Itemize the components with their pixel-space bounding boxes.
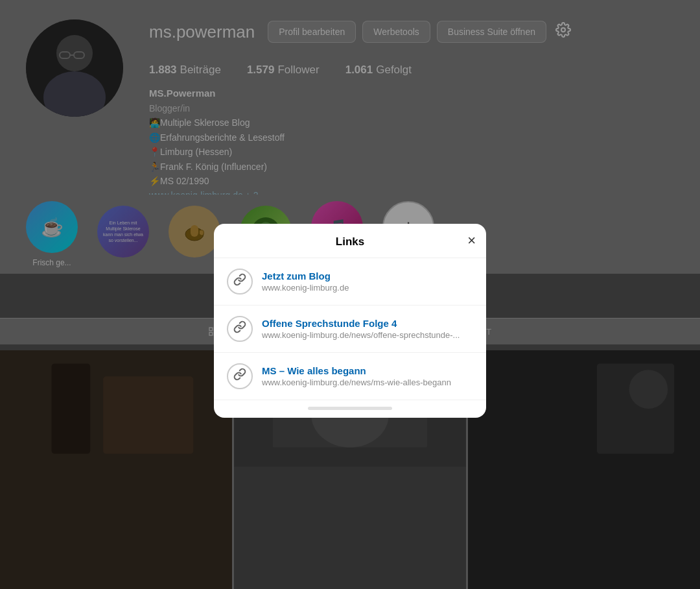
link-item-2[interactable]: Offene Sprechstunde Folge 4 www.koenig-l… — [214, 306, 486, 353]
links-modal: Links × Jetzt zum Blog www.koenig-limbur… — [214, 224, 486, 418]
link-icon-wrapper-3 — [227, 363, 253, 389]
modal-title: Links — [336, 235, 364, 248]
link-url-1: www.koenig-limburg.de — [262, 283, 473, 293]
modal-bottom-bar — [308, 407, 392, 410]
modal-overlay[interactable]: Links × Jetzt zum Blog www.koenig-limbur… — [0, 0, 700, 589]
link-content-2: Offene Sprechstunde Folge 4 www.koenig-l… — [262, 318, 473, 340]
link-title-2: Offene Sprechstunde Folge 4 — [262, 318, 473, 329]
link-icon-wrapper-1 — [227, 269, 253, 294]
link-content-1: Jetzt zum Blog www.koenig-limburg.de — [262, 270, 473, 293]
link-url-3: www.koenig-limburg.de/news/ms-wie-alles-… — [262, 378, 473, 387]
link-item-3[interactable]: MS – Wie alles begann www.koenig-limburg… — [214, 353, 486, 400]
link-item-1[interactable]: Jetzt zum Blog www.koenig-limburg.de — [214, 258, 486, 306]
link-title-3: MS – Wie alles begann — [262, 365, 473, 376]
link-content-3: MS – Wie alles begann www.koenig-limburg… — [262, 365, 473, 387]
chain-link-icon-3 — [233, 368, 246, 384]
link-title-1: Jetzt zum Blog — [262, 270, 473, 282]
chain-link-icon-2 — [233, 320, 246, 337]
modal-close-button[interactable]: × — [467, 234, 476, 248]
link-icon-wrapper-2 — [227, 316, 253, 342]
modal-header: Links × — [214, 224, 486, 258]
chain-link-icon-1 — [233, 273, 246, 289]
link-url-2: www.koenig-limburg.de/news/offene-sprech… — [262, 330, 473, 340]
